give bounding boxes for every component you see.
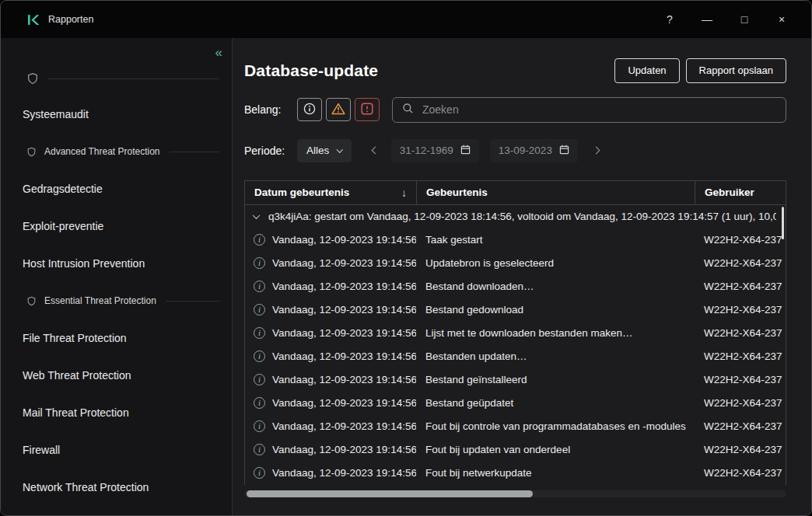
calendar-icon (460, 145, 471, 157)
sidebar-section-header: Essential Threat Protection (13, 282, 232, 319)
chevron-down-icon (253, 211, 261, 219)
filter-critical-button[interactable] (355, 98, 380, 121)
event-description: Bestand gedownload (416, 298, 695, 322)
column-header-event[interactable]: Gebeurtenis (416, 181, 695, 204)
event-date: Vandaag, 12-09-2023 19:14:56 (272, 467, 416, 479)
date-to-field[interactable]: 13-09-2023 (490, 139, 578, 162)
info-icon: i (254, 327, 265, 339)
event-user: W22H2-X64-237 (695, 462, 786, 485)
table-row[interactable]: i Vandaag, 12-09-2023 19:14:56 Lijst met… (245, 322, 786, 345)
sidebar-item-label: Network Threat Protection (23, 481, 149, 493)
sidebar-item-systeemaudit[interactable]: Systeemaudit (13, 96, 232, 133)
sidebar-item-label: Mail Threat Protection (23, 406, 129, 419)
sidebar-item-network-threat-protection[interactable]: Network Threat Protection (13, 469, 232, 506)
info-icon: i (254, 304, 265, 316)
window-title: Rapporten (48, 14, 93, 25)
sidebar-item-label: Gedragsdetectie (23, 183, 103, 195)
divider-line (48, 78, 219, 79)
prev-period-button[interactable] (369, 148, 382, 153)
event-date: Vandaag, 12-09-2023 19:14:56 (272, 397, 416, 409)
vertical-scrollbar[interactable] (782, 207, 784, 239)
divider-line (166, 301, 219, 302)
event-date: Vandaag, 12-09-2023 19:14:56 (272, 350, 416, 362)
maximize-button[interactable]: □ (737, 13, 752, 26)
help-button[interactable]: ? (662, 13, 677, 26)
column-header-user[interactable]: Gebruiker (695, 181, 786, 204)
sidebar-item-web-threat-protection[interactable]: Web Threat Protection (13, 357, 232, 394)
info-icon: i (254, 420, 265, 432)
table-row[interactable]: i Vandaag, 12-09-2023 19:14:56 Bestand d… (245, 275, 786, 298)
horizontal-scrollbar-track[interactable] (244, 490, 786, 497)
period-select[interactable]: Alles (297, 139, 352, 162)
divider-line (170, 152, 219, 152)
next-period-button[interactable] (590, 148, 603, 153)
chevron-left-icon (372, 147, 380, 155)
table-row[interactable]: i Vandaag, 12-09-2023 19:14:56 Bestanden… (245, 345, 786, 368)
event-date: Vandaag, 12-09-2023 19:14:56 (272, 444, 416, 455)
table-row[interactable]: i Vandaag, 12-09-2023 19:14:56 Taak gest… (245, 228, 786, 252)
event-description: Updatebron is geselecteerd (416, 252, 695, 275)
sidebar-item-label: Web Threat Protection (23, 369, 131, 382)
close-button[interactable]: × (774, 13, 789, 26)
sidebar-item-file-threat-protection[interactable]: File Threat Protection (13, 319, 232, 357)
event-user: W22H2-X64-237 (695, 392, 786, 415)
shield-icon (26, 296, 37, 306)
shield-icon (26, 147, 37, 157)
filter-info-button[interactable] (297, 98, 322, 121)
update-button[interactable]: Updaten (614, 58, 679, 83)
info-icon: i (254, 467, 265, 479)
event-description: Fout bij controle van programmadatabases… (416, 415, 695, 438)
sidebar-item-exploit-preventie[interactable]: Exploit-preventie (13, 207, 232, 245)
search-input[interactable] (421, 103, 776, 117)
app-window: Rapporten ? — □ × « Systeemaudit (0, 0, 812, 516)
event-date: Vandaag, 12-09-2023 19:14:56 (272, 327, 416, 339)
table-row[interactable]: i Vandaag, 12-09-2023 19:14:56 Bestand g… (245, 368, 786, 392)
info-icon: i (254, 234, 265, 246)
sidebar-item-label: Firewall (23, 444, 60, 456)
table-row[interactable]: i Vandaag, 12-09-2023 19:14:56 Fout bij … (245, 438, 786, 462)
table-row[interactable]: i Vandaag, 12-09-2023 19:14:56 Fout bij … (245, 415, 786, 438)
column-header-date[interactable]: Datum gebeurtenis ↓ (245, 181, 416, 204)
table-row[interactable]: i Vandaag, 12-09-2023 19:14:56 Fout bij … (245, 462, 786, 485)
minimize-button[interactable]: — (699, 13, 715, 26)
chevron-down-icon (337, 146, 343, 152)
sidebar-item-firewall[interactable]: Firewall (13, 431, 232, 469)
sidebar-item-mail-threat-protection[interactable]: Mail Threat Protection (13, 394, 232, 431)
table-body: q3k4jiAa: gestart om Vandaag, 12-09-2023… (245, 205, 786, 485)
critical-icon (361, 103, 373, 117)
event-user: W22H2-X64-237 (695, 438, 786, 462)
group-row[interactable]: q3k4jiAa: gestart om Vandaag, 12-09-2023… (245, 205, 786, 228)
info-icon (303, 103, 316, 117)
event-date: Vandaag, 12-09-2023 19:14:56 (272, 374, 416, 385)
sort-descending-icon[interactable]: ↓ (401, 187, 407, 199)
horizontal-scrollbar-thumb[interactable] (247, 490, 533, 497)
event-date: Vandaag, 12-09-2023 19:14:56 (272, 281, 416, 292)
sidebar-section-label: Essential Threat Protection (44, 295, 156, 306)
sidebar-item-gedragsdetectie[interactable]: Gedragsdetectie (13, 170, 232, 207)
group-row-summary: q3k4jiAa: gestart om Vandaag, 12-09-2023… (268, 211, 776, 222)
event-user: W22H2-X64-237 (695, 368, 786, 392)
event-user: W22H2-X64-237 (695, 415, 786, 438)
events-table: Datum gebeurtenis ↓ Gebeurtenis Gebruike… (244, 180, 786, 485)
info-icon: i (254, 281, 265, 292)
filter-warning-button[interactable] (326, 98, 351, 121)
save-report-button[interactable]: Rapport opslaan (686, 58, 786, 83)
sidebar: « Systeemaudit Advanced Threat Protectio… (1, 38, 233, 515)
sidebar-section-divider (13, 61, 232, 96)
sidebar-collapse-button[interactable]: « (215, 46, 222, 59)
sidebar-item-host-intrusion-prevention[interactable]: Host Intrusion Prevention (13, 245, 232, 282)
event-user: W22H2-X64-237 (695, 298, 786, 322)
info-icon: i (254, 257, 265, 269)
window-controls: ? — □ × (662, 13, 811, 26)
event-description: Fout bij updaten van onderdeel (416, 438, 695, 462)
event-description: Bestand downloaden… (416, 275, 695, 298)
info-icon: i (254, 350, 265, 362)
date-from-field[interactable]: 31-12-1969 (391, 139, 479, 162)
search-box[interactable] (392, 97, 786, 123)
table-row[interactable]: i Vandaag, 12-09-2023 19:14:56 Updatebro… (245, 252, 786, 275)
table-row[interactable]: i Vandaag, 12-09-2023 19:14:56 Bestand g… (245, 392, 786, 415)
table-row[interactable]: i Vandaag, 12-09-2023 19:14:56 Bestand g… (245, 298, 786, 322)
event-user: W22H2-X64-237 (695, 228, 786, 252)
sidebar-item-label: Systeemaudit (23, 108, 89, 120)
page-title: Database-update (244, 61, 378, 80)
